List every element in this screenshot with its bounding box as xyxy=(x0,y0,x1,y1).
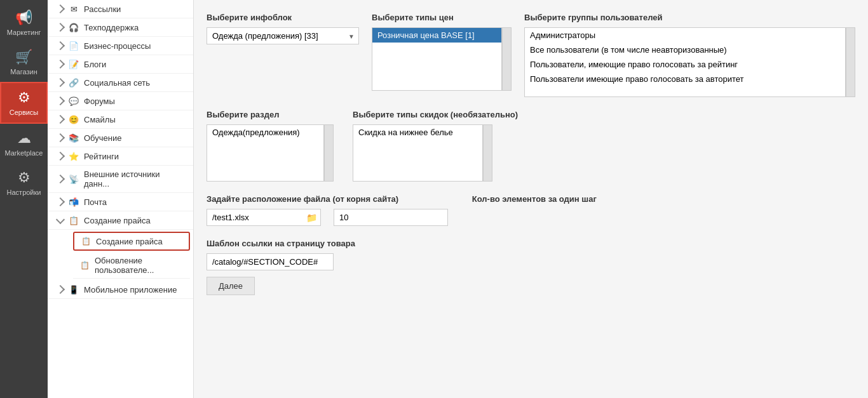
arrow-icon xyxy=(56,60,65,69)
template-input[interactable] xyxy=(207,253,334,270)
nav-label: Социальная сеть xyxy=(84,78,150,88)
main-content: Выберите инфоблок Одежда (предложения) [… xyxy=(194,0,868,398)
discounts-listbox[interactable]: Скидка на нижнее белье xyxy=(353,124,483,182)
nav-label: Блоги xyxy=(84,60,106,69)
smiles-icon: 😊 xyxy=(67,114,80,124)
nav-label: Форумы xyxy=(84,96,115,106)
file-step-label: Задайте расположение файла (от корня сай… xyxy=(207,194,855,204)
section-label: Выберите раздел xyxy=(207,110,334,119)
nav-item-mobile[interactable]: 📱 Мобильное приложение xyxy=(48,281,193,299)
nav-sub-label: Обновление пользователе... xyxy=(95,256,185,275)
discounts-group: Выберите типы скидок (необязательно) Ски… xyxy=(353,110,518,182)
mail-icon: 📬 xyxy=(67,197,80,207)
techsupport-icon: 🎧 xyxy=(67,22,80,32)
infoblok-select[interactable]: Одежда (предложения) [33] xyxy=(207,28,358,44)
nav-panel: ✉ Рассылки 🎧 Техподдержка 📄 Бизнес-проце… xyxy=(48,0,194,398)
nav-item-techsupport[interactable]: 🎧 Техподдержка xyxy=(48,18,193,37)
services-icon: ⚙ xyxy=(18,90,31,106)
sidebar-item-marketplace[interactable]: ☁ Marketplace xyxy=(0,124,48,163)
nav-label: Мобильное приложение xyxy=(84,285,177,295)
sidebar-item-label: Настройки xyxy=(7,189,41,196)
rassylki-icon: ✉ xyxy=(67,4,80,14)
sidebar-item-label: Marketplace xyxy=(5,149,43,157)
arrow-icon xyxy=(56,115,65,124)
nav-item-rassylki[interactable]: ✉ Рассылки xyxy=(48,0,193,18)
sidebar-item-label: Маркетинг xyxy=(7,29,41,36)
next-button[interactable]: Далее xyxy=(207,277,255,295)
section-item[interactable]: Одежда(предложения) xyxy=(207,125,323,140)
scrollbar[interactable] xyxy=(502,27,512,91)
sidebar: 📢 Маркетинг 🛒 Магазин ⚙ Сервисы ☁ Market… xyxy=(0,0,48,398)
user-group-item[interactable]: Все пользователи (в том числе неавторизо… xyxy=(525,43,845,57)
infoblok-group: Выберите инфоблок Одежда (предложения) [… xyxy=(207,13,359,97)
user-group-item[interactable]: Администраторы xyxy=(525,28,845,43)
user-group-item[interactable]: Пользователи, имеющие право голосовать з… xyxy=(525,57,845,72)
nav-label: Внешние источники данн... xyxy=(84,169,187,189)
section-row: Выберите раздел Одежда(предложения) Выбе… xyxy=(207,110,855,182)
file-browse-icon[interactable]: 📁 xyxy=(306,213,317,223)
section-listbox[interactable]: Одежда(предложения) xyxy=(207,124,324,182)
nav-label: Обучение xyxy=(84,133,121,143)
file-input[interactable] xyxy=(207,209,321,226)
nav-item-smiles[interactable]: 😊 Смайлы xyxy=(48,110,193,129)
top-form-grid: Выберите инфоблок Одежда (предложения) [… xyxy=(207,13,855,97)
sidebar-item-settings[interactable]: ⚙ Настройки xyxy=(0,163,48,202)
nav-item-bizprocess[interactable]: 📄 Бизнес-процессы xyxy=(48,37,193,55)
infoblok-select-wrapper[interactable]: Одежда (предложения) [33] xyxy=(207,27,359,44)
section-listbox-container: Одежда(предложения) xyxy=(207,124,334,182)
nav-subitem-update-users[interactable]: 📋 Обновление пользователе... xyxy=(73,253,190,279)
marketplace-icon: ☁ xyxy=(17,130,31,147)
nav-item-learning[interactable]: 📚 Обучение xyxy=(48,129,193,147)
update-icon: 📋 xyxy=(78,260,91,270)
arrow-icon xyxy=(56,197,65,206)
sidebar-item-label: Магазин xyxy=(10,68,37,76)
sidebar-item-services[interactable]: ⚙ Сервисы xyxy=(0,82,48,124)
sidebar-item-label: Сервисы xyxy=(10,109,39,116)
section-group: Выберите раздел Одежда(предложения) xyxy=(207,110,334,182)
nav-item-ratings[interactable]: ⭐ Рейтинги xyxy=(48,147,193,166)
shop-icon: 🛒 xyxy=(15,49,32,65)
nav-item-forums[interactable]: 💬 Форумы xyxy=(48,92,193,110)
ratings-icon: ⭐ xyxy=(67,151,80,161)
price-types-listbox[interactable]: Розничная цена BASE [1] xyxy=(372,27,502,91)
nav-subitem-create-price[interactable]: 📋 Создание прайса xyxy=(73,232,190,251)
sidebar-item-shop[interactable]: 🛒 Магазин xyxy=(0,43,48,82)
nav-item-blogs[interactable]: 📝 Блоги xyxy=(48,55,193,74)
nav-label: Бизнес-процессы xyxy=(84,41,151,51)
bizprocess-icon: 📄 xyxy=(67,41,80,51)
nav-label: Создание прайса xyxy=(84,216,151,225)
scrollbar[interactable] xyxy=(846,27,855,97)
scrollbar[interactable] xyxy=(483,124,492,182)
nav-item-mail[interactable]: 📬 Почта xyxy=(48,193,193,211)
template-row: Шаблон ссылки на страницу товара Далее xyxy=(207,239,855,295)
arrow-icon xyxy=(56,96,65,105)
nav-item-external[interactable]: 📡 Внешние источники данн... xyxy=(48,166,193,193)
step-label: Кол-во элементов за один шаг xyxy=(472,194,597,204)
arrow-icon xyxy=(56,41,65,50)
price-types-listbox-container: Розничная цена BASE [1] xyxy=(372,27,512,91)
price-types-item[interactable]: Розничная цена BASE [1] xyxy=(372,28,501,43)
user-groups-label: Выберите группы пользователей xyxy=(524,13,855,22)
user-group-item[interactable]: Пользователи имеющие право голосовать за… xyxy=(525,72,845,86)
file-label: Задайте расположение файла (от корня сай… xyxy=(207,194,398,204)
arrow-icon xyxy=(56,152,65,161)
nav-label: Рейтинги xyxy=(84,152,119,161)
file-step-inputs: 📁 xyxy=(207,209,855,226)
nav-item-social[interactable]: 🔗 Социальная сеть xyxy=(48,74,193,92)
sidebar-item-marketing[interactable]: 📢 Маркетинг xyxy=(0,3,48,43)
discount-item[interactable]: Скидка на нижнее белье xyxy=(353,125,482,140)
price-icon: 📋 xyxy=(67,215,80,225)
user-groups-group: Выберите группы пользователей Администра… xyxy=(524,13,855,97)
arrow-icon xyxy=(56,4,65,13)
scrollbar[interactable] xyxy=(324,124,334,182)
discounts-label: Выберите типы скидок (необязательно) xyxy=(353,110,518,119)
user-groups-listbox[interactable]: Администраторы Все пользователи (в том ч… xyxy=(524,27,846,97)
nav-item-price[interactable]: 📋 Создание прайса xyxy=(48,211,193,230)
marketing-icon: 📢 xyxy=(15,10,32,26)
learning-icon: 📚 xyxy=(67,133,80,143)
step-input[interactable] xyxy=(334,209,448,226)
arrow-icon xyxy=(56,78,65,87)
arrow-icon xyxy=(56,215,65,223)
nav-sub-label: Создание прайса xyxy=(96,237,163,246)
nav-label: Техподдержка xyxy=(84,23,139,32)
